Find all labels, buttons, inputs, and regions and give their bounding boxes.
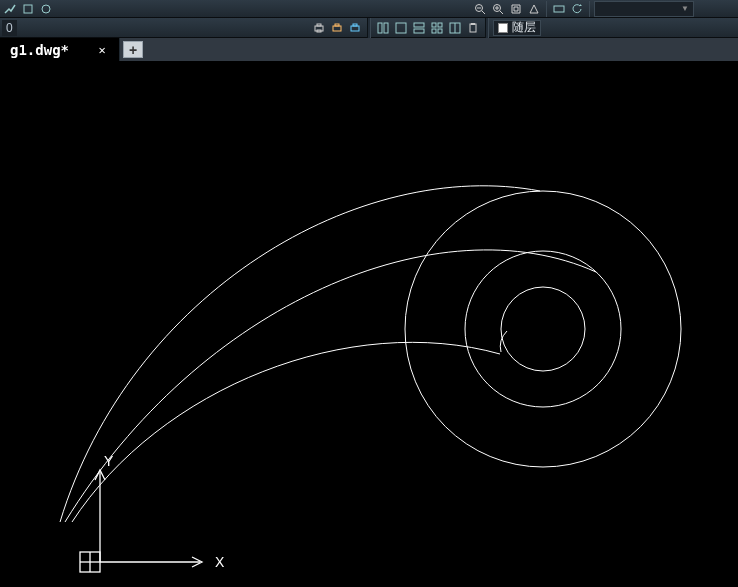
svg-rect-16 bbox=[335, 24, 339, 26]
print-icon[interactable] bbox=[329, 20, 345, 36]
svg-rect-10 bbox=[554, 6, 564, 12]
ucs-icon bbox=[80, 470, 202, 572]
svg-rect-17 bbox=[351, 26, 359, 31]
tool-icon[interactable] bbox=[20, 1, 36, 17]
refresh-icon[interactable] bbox=[569, 1, 585, 17]
svg-point-32 bbox=[405, 191, 681, 467]
svg-rect-31 bbox=[471, 23, 475, 25]
svg-point-1 bbox=[42, 5, 50, 13]
close-tab-button[interactable]: ✕ bbox=[95, 43, 109, 57]
print-icon[interactable] bbox=[311, 20, 327, 36]
tool-icon[interactable] bbox=[526, 1, 542, 17]
toolbar-separator bbox=[589, 1, 590, 17]
svg-line-6 bbox=[500, 11, 503, 14]
svg-marker-11 bbox=[580, 4, 582, 6]
new-tab-button[interactable]: + bbox=[123, 41, 143, 58]
drawing-canvas: X Y bbox=[0, 62, 738, 587]
coordinate-readout: 0 bbox=[2, 20, 17, 36]
svg-rect-15 bbox=[333, 26, 341, 31]
svg-rect-18 bbox=[353, 24, 357, 26]
toolbar-group-separator bbox=[367, 18, 371, 38]
layout-icon[interactable] bbox=[393, 20, 409, 36]
tool-icon[interactable] bbox=[38, 1, 54, 17]
chevron-down-icon: ▼ bbox=[681, 4, 689, 13]
ucs-y-label: Y bbox=[104, 453, 114, 469]
tool-icon[interactable] bbox=[551, 1, 567, 17]
layout-icon[interactable] bbox=[447, 20, 463, 36]
svg-rect-21 bbox=[396, 23, 406, 33]
svg-rect-26 bbox=[432, 29, 436, 33]
toolbar-top-row: ▼ bbox=[0, 0, 738, 18]
layout-icon[interactable] bbox=[411, 20, 427, 36]
svg-rect-0 bbox=[24, 5, 32, 13]
toolbar-group-separator bbox=[485, 18, 489, 38]
layer-color-dropdown[interactable]: 随层 bbox=[493, 20, 541, 36]
svg-rect-20 bbox=[384, 23, 388, 33]
svg-rect-30 bbox=[470, 24, 476, 32]
svg-rect-13 bbox=[317, 24, 321, 26]
ucs-x-label: X bbox=[215, 554, 225, 570]
svg-marker-9 bbox=[530, 5, 538, 13]
layout-icon[interactable] bbox=[429, 20, 445, 36]
tool-icon[interactable] bbox=[508, 1, 524, 17]
svg-line-3 bbox=[482, 11, 485, 14]
file-tab-active[interactable]: g1.dwg* ✕ bbox=[0, 38, 120, 61]
drawing-geometry bbox=[60, 186, 681, 522]
svg-point-34 bbox=[501, 287, 585, 371]
drawing-viewport[interactable]: X Y bbox=[0, 62, 738, 587]
layout-icon[interactable] bbox=[375, 20, 391, 36]
magnify-plus-icon[interactable] bbox=[490, 1, 506, 17]
tool-icon[interactable] bbox=[2, 1, 18, 17]
file-tab-label: g1.dwg* bbox=[10, 42, 69, 58]
svg-rect-25 bbox=[438, 23, 442, 27]
svg-rect-22 bbox=[414, 23, 424, 27]
svg-point-33 bbox=[465, 251, 621, 407]
layer-combo-label: 随层 bbox=[512, 19, 536, 36]
svg-rect-24 bbox=[432, 23, 436, 27]
svg-rect-23 bbox=[414, 29, 424, 33]
toolbar-separator bbox=[546, 1, 547, 17]
svg-rect-27 bbox=[438, 29, 442, 33]
linetype-dropdown[interactable]: ▼ bbox=[594, 1, 694, 17]
color-swatch-icon bbox=[498, 23, 508, 33]
svg-rect-19 bbox=[378, 23, 382, 33]
magnify-minus-icon[interactable] bbox=[472, 1, 488, 17]
print-icon[interactable] bbox=[347, 20, 363, 36]
toolbar-second-row: 0 随层 bbox=[0, 18, 738, 38]
file-tab-strip: g1.dwg* ✕ + bbox=[0, 38, 738, 62]
clipboard-icon[interactable] bbox=[465, 20, 481, 36]
